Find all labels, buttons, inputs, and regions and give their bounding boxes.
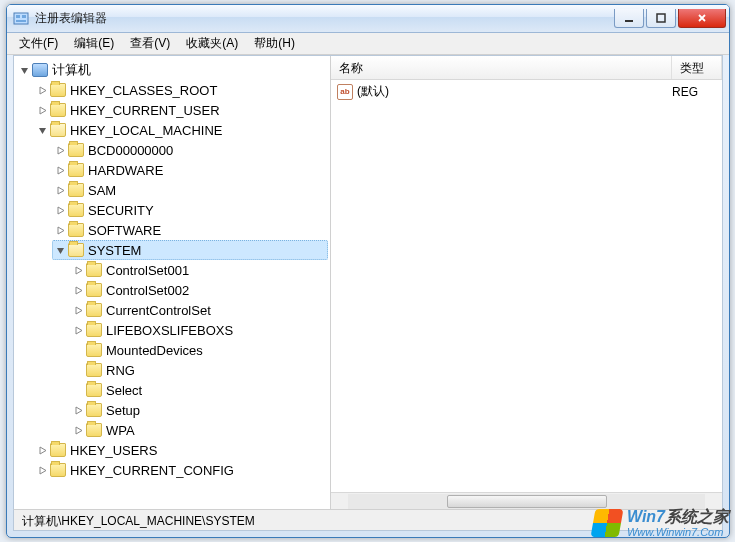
tree-key-select[interactable]: Select	[70, 380, 328, 400]
tree-label: 计算机	[52, 61, 91, 79]
folder-icon	[50, 443, 66, 457]
tree-key-controlset002[interactable]: ControlSet002	[70, 280, 328, 300]
blank-expander	[72, 364, 84, 376]
tree-key-sam[interactable]: SAM	[52, 180, 328, 200]
folder-icon	[50, 103, 66, 117]
tree-label: LIFEBOXSLIFEBOXS	[106, 323, 233, 338]
tree-label: SOFTWARE	[88, 223, 161, 238]
svg-rect-4	[625, 20, 633, 22]
expand-icon[interactable]	[72, 424, 84, 436]
tree-key-software[interactable]: SOFTWARE	[52, 220, 328, 240]
expand-icon[interactable]	[54, 184, 66, 196]
close-button[interactable]	[678, 9, 726, 28]
tree-key-mounteddevices[interactable]: MountedDevices	[70, 340, 328, 360]
expand-icon[interactable]	[54, 224, 66, 236]
menu-favorites[interactable]: 收藏夹(A)	[178, 33, 246, 54]
collapse-icon[interactable]	[54, 244, 66, 256]
folder-icon	[86, 423, 102, 437]
expand-icon[interactable]	[54, 164, 66, 176]
folder-icon	[86, 403, 102, 417]
folder-icon	[68, 203, 84, 217]
expand-icon[interactable]	[72, 284, 84, 296]
tree-label: HKEY_CURRENT_USER	[70, 103, 220, 118]
expand-icon[interactable]	[72, 404, 84, 416]
titlebar[interactable]: 注册表编辑器	[7, 5, 729, 33]
expand-icon[interactable]	[36, 444, 48, 456]
expand-icon[interactable]	[72, 264, 84, 276]
expand-icon[interactable]	[36, 84, 48, 96]
tree-key-hardware[interactable]: HARDWARE	[52, 160, 328, 180]
menu-edit[interactable]: 编辑(E)	[66, 33, 122, 54]
menu-file[interactable]: 文件(F)	[11, 33, 66, 54]
menu-view[interactable]: 查看(V)	[122, 33, 178, 54]
maximize-button[interactable]	[646, 9, 676, 28]
status-path: 计算机\HKEY_LOCAL_MACHINE\SYSTEM	[22, 514, 255, 528]
folder-icon	[50, 123, 66, 137]
horizontal-scrollbar[interactable]	[331, 492, 722, 509]
tree-key-currentcontrolset[interactable]: CurrentControlSet	[70, 300, 328, 320]
expand-icon[interactable]	[54, 204, 66, 216]
tree-label: SAM	[88, 183, 116, 198]
tree-label: HARDWARE	[88, 163, 163, 178]
menubar: 文件(F) 编辑(E) 查看(V) 收藏夹(A) 帮助(H)	[7, 33, 729, 55]
expand-icon[interactable]	[72, 304, 84, 316]
folder-icon	[86, 323, 102, 337]
tree-label: HKEY_LOCAL_MACHINE	[70, 123, 222, 138]
values-pane: 名称 类型 ab (默认) REG	[331, 56, 722, 509]
window-title: 注册表编辑器	[35, 10, 107, 27]
tree-label: RNG	[106, 363, 135, 378]
expand-icon[interactable]	[72, 324, 84, 336]
tree-key-wpa[interactable]: WPA	[70, 420, 328, 440]
folder-icon	[68, 223, 84, 237]
folder-icon	[68, 243, 84, 257]
tree-label: CurrentControlSet	[106, 303, 211, 318]
tree-hive-hkcr[interactable]: HKEY_CLASSES_ROOT	[34, 80, 328, 100]
scroll-track[interactable]	[348, 494, 705, 509]
expand-icon[interactable]	[36, 464, 48, 476]
minimize-button[interactable]	[614, 9, 644, 28]
menu-help[interactable]: 帮助(H)	[246, 33, 303, 54]
value-type: REG	[672, 85, 716, 99]
collapse-icon[interactable]	[18, 64, 30, 76]
tree-hive-hkcc[interactable]: HKEY_CURRENT_CONFIG	[34, 460, 328, 480]
window-buttons	[614, 9, 726, 28]
folder-icon	[86, 343, 102, 357]
folder-icon	[50, 463, 66, 477]
tree-label: HKEY_USERS	[70, 443, 157, 458]
tree-key-system[interactable]: SYSTEM	[52, 240, 328, 260]
collapse-icon[interactable]	[36, 124, 48, 136]
scroll-thumb[interactable]	[447, 495, 607, 508]
tree-hive-hkcu[interactable]: HKEY_CURRENT_USER	[34, 100, 328, 120]
tree-key-bcd[interactable]: BCD00000000	[52, 140, 328, 160]
col-type[interactable]: 类型	[672, 56, 722, 79]
tree-key-lifeboxs[interactable]: LIFEBOXSLIFEBOXS	[70, 320, 328, 340]
svg-rect-3	[16, 20, 26, 22]
folder-icon	[86, 383, 102, 397]
folder-icon	[68, 143, 84, 157]
tree-key-setup[interactable]: Setup	[70, 400, 328, 420]
value-name: (默认)	[357, 83, 672, 100]
expand-icon[interactable]	[36, 104, 48, 116]
app-icon	[13, 11, 29, 27]
tree-hive-hklm[interactable]: HKEY_LOCAL_MACHINE	[34, 120, 328, 140]
registry-editor-window: 注册表编辑器 文件(F) 编辑(E) 查看(V) 收藏夹(A) 帮助(H)	[6, 4, 730, 538]
tree-key-controlset001[interactable]: ControlSet001	[70, 260, 328, 280]
tree-root-computer[interactable]: 计算机	[16, 60, 328, 80]
values-list[interactable]: ab (默认) REG	[331, 80, 722, 492]
tree-label: Setup	[106, 403, 140, 418]
tree-label: ControlSet001	[106, 263, 189, 278]
tree-key-rng[interactable]: RNG	[70, 360, 328, 380]
content-split: 计算机 HKEY_CLASSES_ROOT HKEY_CURRENT_USER	[13, 55, 723, 509]
statusbar: 计算机\HKEY_LOCAL_MACHINE\SYSTEM	[13, 509, 723, 531]
values-header[interactable]: 名称 类型	[331, 56, 722, 80]
tree-key-security[interactable]: SECURITY	[52, 200, 328, 220]
value-row-default[interactable]: ab (默认) REG	[331, 80, 722, 103]
col-name[interactable]: 名称	[331, 56, 672, 79]
blank-expander	[72, 384, 84, 396]
folder-icon	[86, 283, 102, 297]
expand-icon[interactable]	[54, 144, 66, 156]
tree-pane[interactable]: 计算机 HKEY_CLASSES_ROOT HKEY_CURRENT_USER	[14, 56, 331, 509]
tree-label: ControlSet002	[106, 283, 189, 298]
svg-rect-0	[14, 13, 28, 24]
tree-hive-hku[interactable]: HKEY_USERS	[34, 440, 328, 460]
